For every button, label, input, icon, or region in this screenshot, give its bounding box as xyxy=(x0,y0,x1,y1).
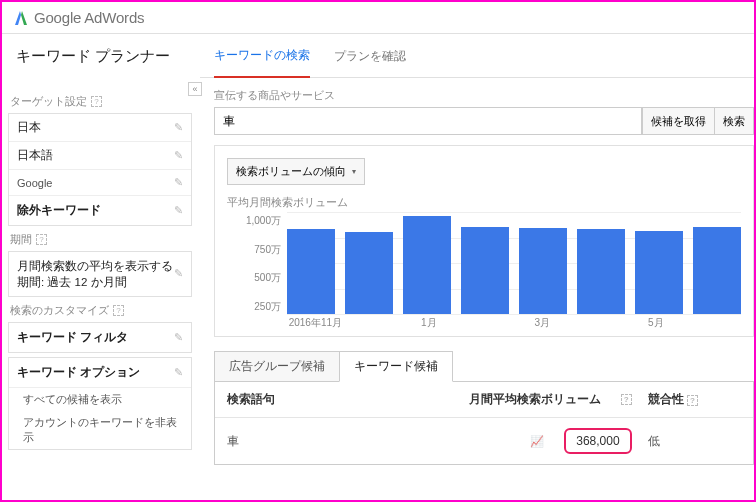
period-panel: 月間検索数の平均を表示する期間: 過去 12 か月間 ✎ xyxy=(8,251,192,297)
pencil-icon[interactable]: ✎ xyxy=(174,204,183,217)
bars-wrap: 2016年11月1月3月5月 xyxy=(287,212,741,332)
help-icon[interactable]: ? xyxy=(91,96,102,107)
collapse-sidebar-button[interactable]: « xyxy=(188,82,202,96)
target-location[interactable]: 日本 ✎ xyxy=(9,114,191,142)
period-setting[interactable]: 月間検索数の平均を表示する期間: 過去 12 か月間 ✎ xyxy=(9,252,191,296)
bar[interactable] xyxy=(287,229,335,314)
tab-keyword-ideas[interactable]: キーワード候補 xyxy=(339,351,453,382)
filter-panel: キーワード フィルタ ✎ xyxy=(8,322,192,353)
customize-label: 検索のカスタマイズ ? xyxy=(10,303,192,318)
sidebar: ターゲット設定 ? 日本 ✎ 日本語 ✎ Google ✎ 除外キーワード xyxy=(2,78,200,454)
help-icon[interactable]: ? xyxy=(687,395,698,406)
chevron-down-icon: ▾ xyxy=(352,167,356,176)
help-icon[interactable]: ? xyxy=(36,234,47,245)
x-tick xyxy=(571,316,628,332)
chart-panel: 検索ボリュームの傾向 ▾ 平均月間検索ボリューム 1,000万 750万 500… xyxy=(214,145,754,337)
search-row: 候補を取得 検索 xyxy=(214,107,754,135)
pencil-icon[interactable]: ✎ xyxy=(174,149,183,162)
page-title: キーワード プランナー xyxy=(2,34,200,78)
x-tick: 1月 xyxy=(401,316,458,332)
sparkline-icon[interactable]: 📈 xyxy=(530,435,544,448)
targeting-panel: 日本 ✎ 日本語 ✎ Google ✎ 除外キーワード ✎ xyxy=(8,113,192,226)
pencil-icon[interactable]: ✎ xyxy=(174,366,183,379)
x-tick: 5月 xyxy=(628,316,685,332)
th-competition: 競合性 ? xyxy=(632,392,741,407)
x-tick xyxy=(344,316,401,332)
tab-adgroup-ideas[interactable]: 広告グループ候補 xyxy=(214,351,340,382)
negative-keywords[interactable]: 除外キーワード ✎ xyxy=(9,196,191,225)
x-tick: 2016年11月 xyxy=(287,316,344,332)
volume-value: 368,000 xyxy=(564,428,631,454)
get-ideas-button[interactable]: 候補を取得 xyxy=(642,107,715,135)
keyword-options[interactable]: キーワード オプション ✎ xyxy=(9,358,191,388)
tab-review-plan[interactable]: プランを確認 xyxy=(334,48,406,77)
target-network[interactable]: Google ✎ xyxy=(9,170,191,196)
bar[interactable] xyxy=(403,216,451,314)
bar[interactable] xyxy=(577,229,625,314)
chart-area: 1,000万 750万 500万 250万 xyxy=(227,212,741,332)
help-icon[interactable]: ? xyxy=(113,305,124,316)
content-area: 宣伝する商品やサービス 候補を取得 検索 検索ボリュームの傾向 ▾ 平均月間検索… xyxy=(200,78,754,465)
bar[interactable] xyxy=(345,232,393,314)
keyword-input[interactable] xyxy=(214,107,642,135)
targeting-label: ターゲット設定 ? xyxy=(10,94,192,109)
left-column: キーワード プランナー ターゲット設定 ? 日本 ✎ 日本語 ✎ Google … xyxy=(2,34,200,500)
y-axis: 1,000万 750万 500万 250万 xyxy=(227,212,287,332)
main-tabs: キーワードの検索 プランを確認 xyxy=(200,34,754,78)
help-icon[interactable]: ? xyxy=(621,394,632,405)
bars xyxy=(287,212,741,314)
x-tick: 3月 xyxy=(514,316,571,332)
x-tick xyxy=(684,316,741,332)
pencil-icon[interactable]: ✎ xyxy=(174,121,183,134)
bar[interactable] xyxy=(519,228,567,314)
results-tabs: 広告グループ候補 キーワード候補 xyxy=(214,351,754,382)
right-column: キーワードの検索 プランを確認 宣伝する商品やサービス 候補を取得 検索 検索ボ… xyxy=(200,34,754,500)
target-language[interactable]: 日本語 ✎ xyxy=(9,142,191,170)
table-header: 検索語句 月間平均検索ボリューム ? 競合性 ? xyxy=(215,382,753,418)
chart-title: 平均月間検索ボリューム xyxy=(227,195,741,210)
main-area: キーワード プランナー ターゲット設定 ? 日本 ✎ 日本語 ✎ Google … xyxy=(2,34,754,500)
bar[interactable] xyxy=(461,227,509,314)
table-row[interactable]: 車 📈 368,000 低 xyxy=(215,418,753,464)
search-button[interactable]: 検索 xyxy=(715,107,754,135)
cell-competition: 低 xyxy=(632,434,741,449)
results-table: 検索語句 月間平均検索ボリューム ? 競合性 ? 車 📈 368,000 xyxy=(214,381,754,465)
tab-keyword-search[interactable]: キーワードの検索 xyxy=(214,47,310,78)
period-label: 期間 ? xyxy=(10,232,192,247)
promo-label: 宣伝する商品やサービス xyxy=(214,88,754,103)
th-volume: 月間平均検索ボリューム ? xyxy=(414,392,632,407)
x-tick xyxy=(457,316,514,332)
keyword-filter[interactable]: キーワード フィルタ ✎ xyxy=(9,323,191,352)
th-search-term: 検索語句 xyxy=(227,392,414,407)
option-show-all: すべての候補を表示 xyxy=(9,388,191,411)
bar[interactable] xyxy=(693,227,741,314)
pencil-icon[interactable]: ✎ xyxy=(174,176,183,189)
pencil-icon[interactable]: ✎ xyxy=(174,266,183,281)
options-panel: キーワード オプション ✎ すべての候補を表示 アカウントのキーワードを非表示 xyxy=(8,357,192,450)
product-name: Google AdWords xyxy=(34,9,144,26)
volume-trend-dropdown[interactable]: 検索ボリュームの傾向 ▾ xyxy=(227,158,365,185)
cell-term: 車 xyxy=(227,434,414,449)
option-hide-account: アカウントのキーワードを非表示 xyxy=(9,411,191,449)
pencil-icon[interactable]: ✎ xyxy=(174,331,183,344)
x-axis: 2016年11月1月3月5月 xyxy=(287,316,741,332)
cell-volume: 📈 368,000 xyxy=(414,428,632,454)
adwords-logo-icon xyxy=(14,10,28,26)
app-header: Google AdWords xyxy=(2,2,754,34)
bar[interactable] xyxy=(635,231,683,314)
